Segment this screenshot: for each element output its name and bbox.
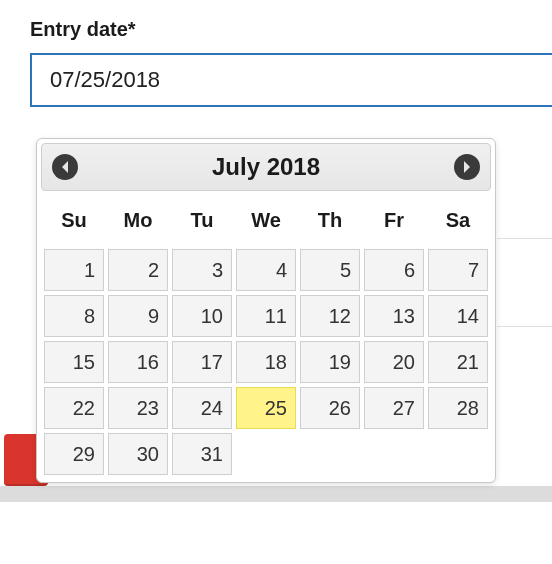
calendar-grid: SuMoTuWeThFrSa 1234567891011121314151617… xyxy=(41,197,491,478)
day-cell[interactable]: 20 xyxy=(364,341,424,383)
day-cell[interactable]: 23 xyxy=(108,387,168,429)
empty-cell xyxy=(364,433,424,475)
day-cell[interactable]: 13 xyxy=(364,295,424,337)
datepicker-header: July 2018 xyxy=(41,143,491,191)
day-cell[interactable]: 17 xyxy=(172,341,232,383)
day-cell[interactable]: 16 xyxy=(108,341,168,383)
day-cell[interactable]: 12 xyxy=(300,295,360,337)
day-cell[interactable]: 25 xyxy=(236,387,296,429)
empty-cell xyxy=(236,433,296,475)
day-cell[interactable]: 18 xyxy=(236,341,296,383)
weekday-header: We xyxy=(235,199,297,246)
day-cell[interactable]: 10 xyxy=(172,295,232,337)
entry-date-label: Entry date* xyxy=(30,18,552,41)
day-cell[interactable]: 31 xyxy=(172,433,232,475)
prev-month-button[interactable] xyxy=(52,154,78,180)
weekday-header: Fr xyxy=(363,199,425,246)
weekday-header: Sa xyxy=(427,199,489,246)
day-cell[interactable]: 15 xyxy=(44,341,104,383)
day-cell[interactable]: 11 xyxy=(236,295,296,337)
day-cell[interactable]: 26 xyxy=(300,387,360,429)
weekday-header: Mo xyxy=(107,199,169,246)
day-cell[interactable]: 2 xyxy=(108,249,168,291)
weekday-header: Th xyxy=(299,199,361,246)
empty-cell xyxy=(300,433,360,475)
divider xyxy=(497,326,552,327)
day-cell[interactable]: 21 xyxy=(428,341,488,383)
footer-band xyxy=(0,486,552,502)
datepicker-title: July 2018 xyxy=(212,153,320,181)
day-cell[interactable]: 14 xyxy=(428,295,488,337)
day-cell[interactable]: 22 xyxy=(44,387,104,429)
datepicker: July 2018 SuMoTuWeThFrSa 123456789101112… xyxy=(36,138,496,483)
next-month-button[interactable] xyxy=(454,154,480,180)
day-cell[interactable]: 8 xyxy=(44,295,104,337)
chevron-left-icon xyxy=(60,161,70,173)
day-cell[interactable]: 4 xyxy=(236,249,296,291)
day-cell[interactable]: 9 xyxy=(108,295,168,337)
day-cell[interactable]: 19 xyxy=(300,341,360,383)
empty-cell xyxy=(428,433,488,475)
day-cell[interactable]: 1 xyxy=(44,249,104,291)
day-cell[interactable]: 5 xyxy=(300,249,360,291)
entry-date-input[interactable] xyxy=(30,53,552,107)
weekday-header: Tu xyxy=(171,199,233,246)
chevron-right-icon xyxy=(462,161,472,173)
divider xyxy=(497,238,552,239)
day-cell[interactable]: 30 xyxy=(108,433,168,475)
day-cell[interactable]: 24 xyxy=(172,387,232,429)
day-cell[interactable]: 7 xyxy=(428,249,488,291)
day-cell[interactable]: 27 xyxy=(364,387,424,429)
weekday-header: Su xyxy=(43,199,105,246)
day-cell[interactable]: 6 xyxy=(364,249,424,291)
day-cell[interactable]: 28 xyxy=(428,387,488,429)
day-cell[interactable]: 29 xyxy=(44,433,104,475)
day-cell[interactable]: 3 xyxy=(172,249,232,291)
